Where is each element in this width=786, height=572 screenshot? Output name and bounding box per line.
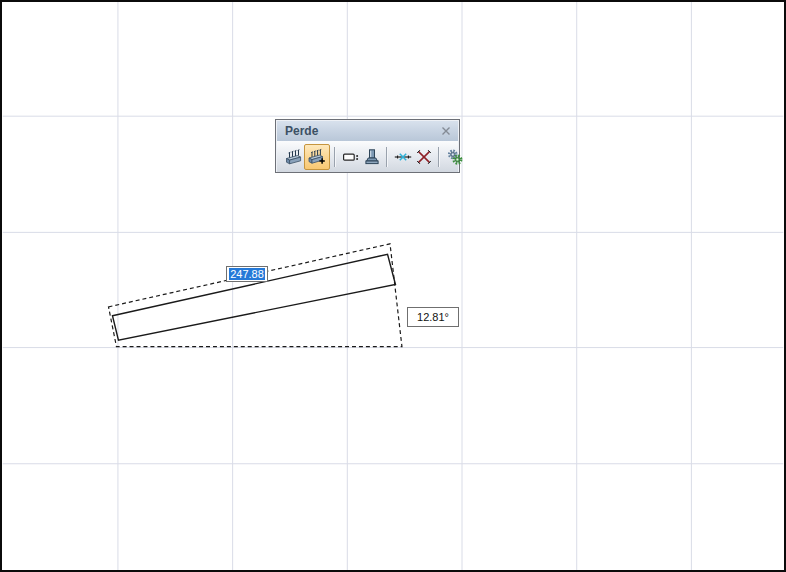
- close-button[interactable]: [439, 124, 453, 138]
- wall-length-input[interactable]: 247.88: [226, 266, 268, 282]
- cad-viewport[interactable]: 247.88 12.81° Perde: [0, 0, 786, 572]
- draw-wall-extended-button[interactable]: [304, 144, 330, 170]
- wall-angle-label: 12.81°: [407, 307, 459, 327]
- drawing-canvas[interactable]: [2, 2, 784, 570]
- wall-icon: [285, 148, 303, 166]
- axis-node-button[interactable]: [392, 145, 413, 169]
- toolbar-separator: [334, 147, 336, 167]
- grid-lines: [3, 2, 784, 570]
- wall-dimension-button[interactable]: [340, 145, 361, 169]
- gears-icon: [446, 148, 464, 166]
- red-cross-icon: [415, 148, 433, 166]
- settings-button[interactable]: [444, 145, 465, 169]
- toolbar-separator: [386, 147, 388, 167]
- perde-tool-window: Perde: [275, 119, 460, 173]
- perde-window-titlebar[interactable]: Perde: [277, 121, 458, 141]
- toolbar-separator: [438, 147, 440, 167]
- wall-add-icon: [308, 148, 326, 166]
- perde-window-title: Perde: [285, 121, 318, 141]
- draw-wall-button[interactable]: [283, 145, 304, 169]
- axis-cross-icon: [394, 148, 412, 166]
- column-icon: [363, 148, 381, 166]
- close-icon: [441, 126, 451, 136]
- perde-toolbar: [277, 141, 458, 172]
- wall-angle-value: 12.81°: [417, 311, 449, 323]
- wall-preview-outline: [109, 244, 402, 347]
- wall-length-value: 247.88: [229, 268, 265, 280]
- rectangle-colon-icon: [342, 148, 360, 166]
- polygon-wall-column-button[interactable]: [361, 145, 382, 169]
- axis-delete-button[interactable]: [413, 145, 434, 169]
